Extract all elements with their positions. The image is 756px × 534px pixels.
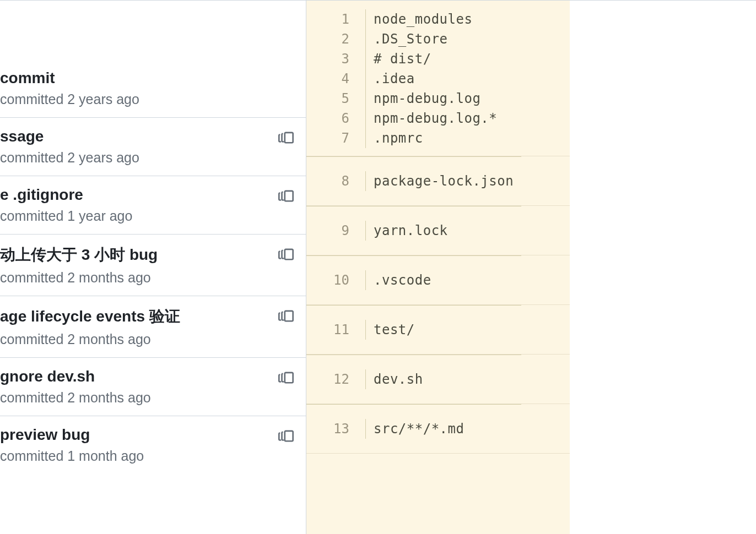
line-content: package-lock.json bbox=[374, 171, 514, 191]
commit-meta: committed 2 months ago bbox=[0, 331, 295, 347]
line-content: src/**/*.md bbox=[374, 419, 464, 439]
line-gutter bbox=[359, 69, 366, 89]
commit-item[interactable]: commit committed 2 years ago bbox=[0, 1, 306, 117]
line-content: .npmrc bbox=[374, 128, 423, 148]
line-number: 4 bbox=[306, 69, 359, 89]
line-content: .vscode bbox=[374, 270, 431, 290]
line-content: dev.sh bbox=[374, 369, 423, 389]
commit-item[interactable]: e .gitignore committed 1 year ago bbox=[0, 176, 306, 234]
commit-list: commit committed 2 years agossage commit… bbox=[0, 1, 306, 534]
right-margin bbox=[570, 1, 756, 534]
commit-meta: committed 2 years ago bbox=[0, 150, 295, 166]
versions-icon[interactable] bbox=[278, 247, 294, 262]
line-content: node_modules bbox=[374, 9, 472, 29]
commit-item[interactable]: gnore dev.sh committed 2 months ago bbox=[0, 357, 306, 416]
line-content: # dist/ bbox=[374, 49, 431, 69]
line-number: 3 bbox=[306, 49, 359, 69]
commit-title: gnore dev.sh bbox=[0, 368, 295, 385]
line-number: 2 bbox=[306, 29, 359, 49]
commit-meta: committed 2 months ago bbox=[0, 270, 295, 286]
commit-item[interactable]: 动上传大于 3 小时 bug committed 2 months ago bbox=[0, 234, 306, 296]
line-number: 13 bbox=[306, 419, 359, 439]
commit-title: age lifecycle events 验证 bbox=[0, 306, 295, 327]
line-content: npm-debug.log.* bbox=[374, 108, 497, 128]
line-number: 6 bbox=[306, 108, 359, 128]
line-number: 12 bbox=[306, 369, 359, 389]
line-number: 10 bbox=[306, 270, 359, 290]
line-gutter bbox=[359, 49, 366, 69]
line-number: 5 bbox=[306, 89, 359, 108]
blame-view: commit committed 2 years agossage commit… bbox=[0, 0, 756, 534]
line-gutter bbox=[359, 171, 366, 191]
commit-item[interactable]: age lifecycle events 验证 committed 2 mont… bbox=[0, 296, 306, 357]
line-content: .idea bbox=[374, 69, 415, 89]
line-gutter bbox=[359, 419, 366, 439]
line-content: test/ bbox=[374, 320, 415, 340]
commit-title: preview bug bbox=[0, 426, 295, 444]
line-number: 8 bbox=[306, 171, 359, 191]
commit-item[interactable]: ssage committed 2 years ago bbox=[0, 117, 306, 176]
commit-title: e .gitignore bbox=[0, 186, 295, 204]
line-gutter bbox=[359, 320, 366, 340]
line-gutter bbox=[359, 221, 366, 241]
code-pane: 1node_modules2.DS_Store3# dist/4.idea5np… bbox=[306, 1, 756, 534]
commit-item[interactable]: preview bug committed 1 month ago bbox=[0, 416, 306, 474]
line-gutter bbox=[359, 9, 366, 29]
line-number: 1 bbox=[306, 9, 359, 29]
line-content: yarn.lock bbox=[374, 221, 448, 241]
commit-meta: committed 2 months ago bbox=[0, 390, 295, 406]
line-gutter bbox=[359, 270, 366, 290]
commit-meta: committed 2 years ago bbox=[0, 91, 295, 107]
line-number: 9 bbox=[306, 221, 359, 241]
line-gutter bbox=[359, 128, 366, 148]
versions-icon[interactable] bbox=[278, 370, 294, 385]
line-content: .DS_Store bbox=[374, 29, 448, 49]
line-gutter bbox=[359, 369, 366, 389]
commit-title: commit bbox=[0, 69, 295, 87]
line-gutter bbox=[359, 29, 366, 49]
commit-meta: committed 1 month ago bbox=[0, 448, 295, 464]
line-number: 7 bbox=[306, 128, 359, 148]
versions-icon[interactable] bbox=[278, 428, 294, 444]
versions-icon[interactable] bbox=[278, 188, 294, 204]
line-gutter bbox=[359, 108, 366, 128]
line-number: 11 bbox=[306, 320, 359, 340]
versions-icon[interactable] bbox=[278, 130, 294, 145]
commit-title: ssage bbox=[0, 128, 295, 145]
line-gutter bbox=[359, 89, 366, 108]
versions-icon[interactable] bbox=[278, 308, 294, 324]
commit-title: 动上传大于 3 小时 bug bbox=[0, 244, 295, 265]
line-content: npm-debug.log bbox=[374, 89, 480, 108]
commit-meta: committed 1 year ago bbox=[0, 208, 295, 224]
